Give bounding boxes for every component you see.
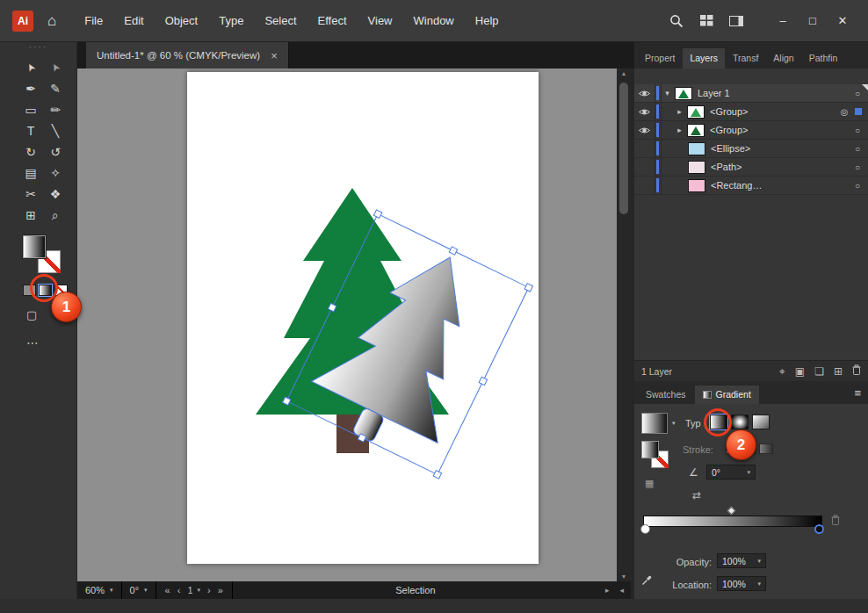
chevron-right-icon[interactable]: ▸ xyxy=(674,126,685,134)
tab-close-icon[interactable]: × xyxy=(271,49,278,62)
canvas[interactable] xyxy=(77,69,617,581)
visibility-toggle[interactable] xyxy=(634,177,655,194)
gradient-ramp[interactable] xyxy=(643,516,822,527)
menu-help[interactable]: Help xyxy=(475,14,499,27)
tab-gradient[interactable]: Gradient xyxy=(695,386,759,404)
vertical-scrollbar[interactable]: ▲ ▼ xyxy=(617,69,631,581)
tab-transform[interactable]: Transf xyxy=(726,48,765,69)
scrollbar-thumb[interactable] xyxy=(619,83,628,214)
edit-toolbar-icon[interactable]: ⋯ xyxy=(26,335,76,350)
selection-indicator[interactable] xyxy=(655,84,662,102)
chevron-down-icon[interactable]: ▾ xyxy=(672,420,676,427)
layer-name[interactable]: <Group> xyxy=(710,106,748,117)
search-icon[interactable] xyxy=(666,11,687,31)
artboard[interactable] xyxy=(187,72,539,564)
eyedropper-icon[interactable] xyxy=(641,574,653,588)
scroll-right-arrow[interactable]: ▸ xyxy=(605,586,610,595)
fill-stroke-proxy[interactable] xyxy=(641,441,671,471)
scroll-down-arrow[interactable]: ▼ xyxy=(617,573,631,580)
stroke-across-button[interactable] xyxy=(759,444,773,454)
pen-tool[interactable]: ✒ xyxy=(19,79,42,98)
angle-select[interactable]: 0° ▾ xyxy=(706,465,756,480)
selection-tool[interactable]: ➤ xyxy=(19,58,42,77)
close-button[interactable]: ✕ xyxy=(829,11,856,32)
layer-name[interactable]: <Group> xyxy=(710,125,748,135)
curvature-tool[interactable]: ✎ xyxy=(44,79,67,98)
menu-object[interactable]: Object xyxy=(165,14,199,27)
location-select[interactable]: 100% ▾ xyxy=(717,576,766,591)
layer-row[interactable]: <Path> ○ xyxy=(634,158,868,177)
target-circle[interactable]: ○ xyxy=(847,144,868,154)
visibility-toggle[interactable] xyxy=(634,84,655,102)
rectangle-tool[interactable]: ▭ xyxy=(19,100,42,119)
layer-row[interactable]: <Ellipse> ○ xyxy=(634,140,868,158)
zoom-select[interactable]: 60% ▾ xyxy=(77,581,122,599)
scroll-left-arrow[interactable]: ◂ xyxy=(619,586,624,595)
visibility-toggle[interactable] xyxy=(634,140,655,157)
freeform-gradient-button[interactable] xyxy=(752,415,770,429)
radial-gradient-button[interactable] xyxy=(731,415,749,429)
menu-view[interactable]: View xyxy=(368,14,393,27)
selection-indicator[interactable] xyxy=(655,158,662,176)
selection-indicator[interactable] xyxy=(655,177,662,194)
rotation-select[interactable]: 0° ▾ xyxy=(122,581,156,599)
home-icon[interactable]: ⌂ xyxy=(47,12,56,30)
artboard-number-select[interactable]: 1 ▾ xyxy=(187,585,200,595)
tab-layers[interactable]: Layers xyxy=(683,48,725,69)
type-tool[interactable]: T xyxy=(19,121,42,141)
eyedropper-tool[interactable]: ✧ xyxy=(44,163,67,183)
gradient-slider[interactable] xyxy=(643,508,845,537)
last-artboard-button[interactable]: » xyxy=(218,585,223,595)
menu-edit[interactable]: Edit xyxy=(124,14,143,27)
gradient-midpoint-handle[interactable] xyxy=(727,507,736,516)
delete-stop-icon[interactable] xyxy=(831,515,840,527)
target-circle[interactable]: ○ xyxy=(847,181,868,191)
layer-row[interactable]: ▸ <Group> ○ xyxy=(634,121,868,140)
tab-pathfinder[interactable]: Pathfin xyxy=(802,48,845,69)
visibility-toggle[interactable] xyxy=(634,103,655,120)
minimize-button[interactable]: – xyxy=(770,11,796,32)
menu-file[interactable]: File xyxy=(84,14,103,27)
selection-indicator[interactable] xyxy=(655,140,662,157)
tab-align[interactable]: Align xyxy=(766,48,800,69)
shape-builder-tool[interactable]: ▤ xyxy=(19,163,42,183)
menu-select[interactable]: Select xyxy=(264,14,296,27)
layer-row[interactable]: ▸ <Group> ◎ xyxy=(634,103,868,121)
fill-stroke-indicator[interactable] xyxy=(23,235,69,278)
menu-type[interactable]: Type xyxy=(219,14,243,27)
locate-object-icon[interactable]: ⌖ xyxy=(779,365,785,378)
line-segment-tool[interactable]: ╲ xyxy=(44,121,67,141)
new-sublayer-icon[interactable]: ❏ xyxy=(814,365,824,378)
target-circle[interactable]: ◎ xyxy=(834,107,855,117)
scissors-tool[interactable]: ✂ xyxy=(19,184,42,204)
gradient-stop-start[interactable] xyxy=(640,524,650,534)
visibility-toggle[interactable] xyxy=(634,121,655,139)
previous-artboard-button[interactable]: ‹ xyxy=(177,585,181,595)
target-circle[interactable]: ○ xyxy=(847,126,868,135)
selected-art-indicator[interactable] xyxy=(855,108,862,115)
visibility-toggle[interactable] xyxy=(634,158,655,176)
menu-window[interactable]: Window xyxy=(414,14,454,27)
reverse-gradient-icon[interactable]: ⇄ xyxy=(692,489,701,501)
gradient-stop-end-selected[interactable] xyxy=(814,524,824,534)
chevron-right-icon[interactable]: ▸ xyxy=(674,107,685,116)
maximize-button[interactable]: □ xyxy=(799,11,826,32)
swap-fill-stroke-icon[interactable]: ▦ xyxy=(645,478,654,489)
toolbar-grip[interactable] xyxy=(0,42,76,54)
layer-row[interactable]: ▾ Layer 1 ○ xyxy=(634,84,868,103)
chevron-down-icon[interactable]: ▾ xyxy=(662,89,673,97)
hand-tool[interactable]: ❖ xyxy=(44,184,67,204)
panel-menu-icon[interactable]: ≡ xyxy=(854,386,861,400)
new-layer-icon[interactable]: ⊞ xyxy=(834,365,843,378)
delete-layer-icon[interactable] xyxy=(852,364,861,378)
tab-properties[interactable]: Propert xyxy=(638,48,682,69)
selection-indicator[interactable] xyxy=(655,103,662,120)
layer-name[interactable]: <Path> xyxy=(711,162,741,172)
scale-tool[interactable]: ↺ xyxy=(44,142,67,162)
fill-swatch[interactable] xyxy=(23,235,46,258)
layer-name[interactable]: Layer 1 xyxy=(698,88,730,98)
paintbrush-tool[interactable]: ✏ xyxy=(44,100,67,119)
menu-effect[interactable]: Effect xyxy=(318,14,347,27)
arrange-documents-icon[interactable] xyxy=(696,11,717,31)
layer-row[interactable]: <Rectang… ○ xyxy=(634,177,868,195)
